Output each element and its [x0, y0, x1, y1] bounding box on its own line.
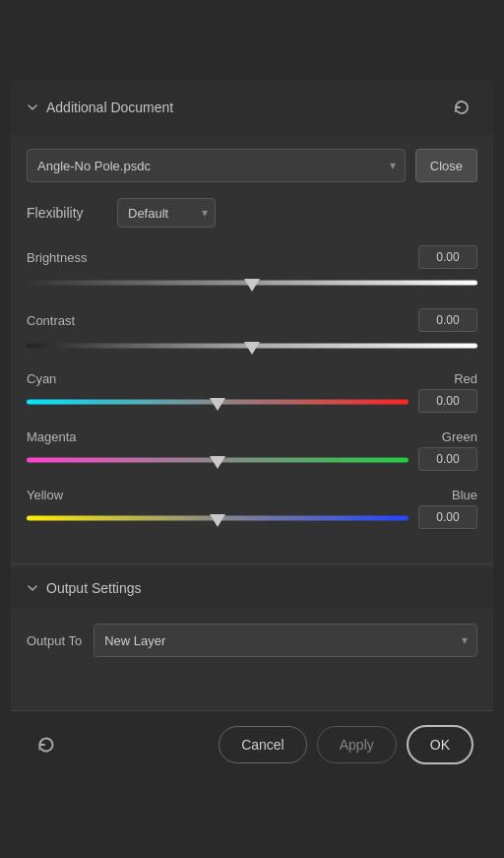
output-section-header-left: Output Settings [27, 580, 142, 596]
flexibility-dropdown-wrapper: Default Low Medium High [117, 198, 216, 228]
magenta-green-slider-row [27, 446, 477, 472]
red-label: Red [454, 371, 477, 386]
apply-button[interactable]: Apply [317, 726, 397, 763]
yellow-blue-slider-row [27, 504, 477, 530]
chevron-down-icon [27, 101, 38, 113]
main-panel: Additional Document Angle-No Pole.psdc C… [11, 80, 493, 778]
reset-icon [452, 98, 472, 117]
cyan-label: Cyan [27, 371, 56, 386]
yellow-blue-label-row: Yellow Blue [27, 488, 477, 502]
output-to-label: Output To [27, 633, 82, 648]
contrast-slider-wrapper [27, 336, 477, 356]
file-dropdown-wrapper: Angle-No Pole.psdc [27, 149, 406, 182]
cyan-red-label-row: Cyan Red [27, 371, 477, 386]
section-title: Additional Document [46, 99, 173, 115]
output-section-body: Output To New Layer New Document Selecti… [11, 608, 493, 671]
file-row-section: Angle-No Pole.psdc Close Flexibility Def… [11, 135, 493, 560]
ok-button[interactable]: OK [407, 725, 473, 764]
contrast-thumb[interactable] [244, 342, 260, 355]
yellow-blue-thumb[interactable] [210, 514, 225, 527]
brightness-value[interactable] [418, 245, 477, 269]
footer-reset-button[interactable] [31, 729, 62, 760]
magenta-green-label-row: Magenta Green [27, 429, 477, 444]
contrast-label-row: Contrast [27, 308, 477, 332]
magenta-label: Magenta [27, 429, 77, 444]
yellow-blue-group: Yellow Blue [27, 488, 477, 530]
yellow-blue-slider-wrapper [27, 508, 409, 528]
contrast-label: Contrast [27, 313, 75, 328]
brightness-thumb[interactable] [244, 279, 260, 292]
additional-document-header: Additional Document [11, 80, 493, 135]
brightness-slider-wrapper [27, 273, 477, 293]
cyan-red-slider-row [27, 388, 477, 414]
contrast-value[interactable] [418, 308, 477, 332]
spacer [11, 671, 493, 710]
yellow-blue-value[interactable] [418, 505, 477, 529]
output-dropdown-wrapper: New Layer New Document Selection [94, 624, 477, 657]
contrast-group: Contrast [27, 308, 477, 356]
reset-icon-button[interactable] [446, 92, 477, 123]
footer-left [31, 729, 62, 760]
chevron-down-icon-2 [27, 582, 38, 594]
cancel-button[interactable]: Cancel [219, 726, 307, 763]
brightness-group: Brightness [27, 245, 477, 293]
flexibility-label: Flexibility [27, 205, 105, 221]
output-settings-header: Output Settings [11, 568, 493, 608]
cyan-red-slider-wrapper [27, 392, 409, 412]
output-dropdown[interactable]: New Layer New Document Selection [94, 624, 477, 657]
blue-label: Blue [452, 488, 477, 502]
magenta-green-slider-wrapper [27, 450, 409, 470]
footer-reset-icon [35, 734, 57, 756]
magenta-green-thumb[interactable] [210, 456, 225, 469]
green-label: Green [442, 429, 477, 444]
flexibility-dropdown[interactable]: Default Low Medium High [117, 198, 216, 228]
cyan-red-group: Cyan Red [27, 371, 477, 414]
flexibility-row: Flexibility Default Low Medium High [27, 198, 477, 228]
footer: Cancel Apply OK [11, 710, 493, 778]
close-button[interactable]: Close [415, 149, 477, 182]
magenta-green-group: Magenta Green [27, 429, 477, 472]
section-header-left: Additional Document [27, 99, 173, 115]
cyan-red-value[interactable] [418, 389, 477, 413]
output-section-title: Output Settings [46, 580, 142, 596]
magenta-green-value[interactable] [418, 447, 477, 471]
section-divider [11, 563, 493, 564]
cyan-red-thumb[interactable] [210, 398, 225, 411]
yellow-label: Yellow [27, 488, 63, 502]
brightness-label-row: Brightness [27, 245, 477, 269]
file-row: Angle-No Pole.psdc Close [27, 149, 477, 182]
output-to-row: Output To New Layer New Document Selecti… [27, 624, 477, 657]
brightness-label: Brightness [27, 250, 87, 265]
footer-right: Cancel Apply OK [219, 725, 473, 764]
file-dropdown[interactable]: Angle-No Pole.psdc [27, 149, 406, 182]
